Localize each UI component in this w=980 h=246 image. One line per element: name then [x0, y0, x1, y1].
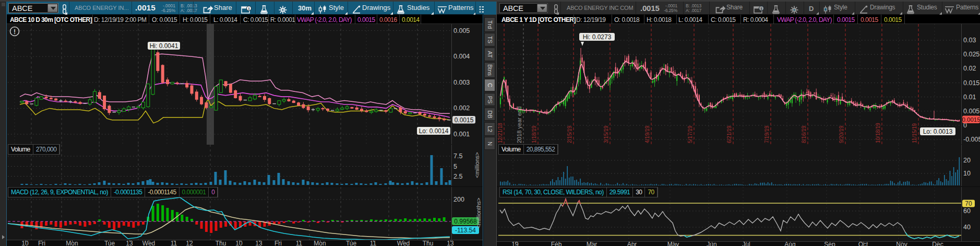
svg-text:0.003: 0.003: [453, 79, 470, 86]
svg-text:8/16/19: 8/16/19: [801, 125, 807, 143]
svg-text:Hi: 0.0273: Hi: 0.0273: [583, 33, 612, 41]
svg-text:0.99568: 0.99568: [454, 218, 477, 225]
svg-text:0.004: 0.004: [453, 53, 470, 60]
svg-text:6/21/19: 6/21/19: [726, 125, 732, 143]
svg-text:0.025: 0.025: [963, 51, 979, 58]
svg-text:Lo: 0.0014: Lo: 0.0014: [419, 127, 449, 135]
svg-text:7.5: 7.5: [453, 153, 462, 160]
svg-text:Lo: 0.0013: Lo: 0.0013: [923, 128, 953, 135]
svg-text:0.015: 0.015: [963, 79, 979, 87]
svg-text:20: 20: [963, 157, 971, 164]
svg-text:!: !: [14, 28, 16, 36]
svg-text:<millionths>: <millionths>: [475, 198, 482, 229]
svg-text:5: 5: [453, 163, 457, 170]
svg-text:i: i: [761, 6, 762, 11]
svg-text:0.01: 0.01: [963, 93, 976, 101]
svg-text:12/21/18: 12/21/18: [497, 123, 503, 143]
svg-text:0.03: 0.03: [963, 37, 976, 44]
svg-text:40: 40: [963, 224, 971, 231]
svg-text:10/18/19: 10/18/19: [875, 123, 881, 143]
svg-text:0.005: 0.005: [453, 27, 470, 34]
svg-text:1/18/19: 1/18/19: [531, 125, 537, 143]
svg-text:<millions>: <millions>: [474, 152, 480, 178]
svg-text:-113.54: -113.54: [455, 227, 476, 234]
svg-text:10: 10: [963, 170, 971, 177]
svg-text:60: 60: [963, 207, 971, 215]
svg-text:11/15/19: 11/15/19: [912, 123, 917, 143]
svg-text:2.5: 2.5: [453, 173, 462, 180]
svg-text:0.001: 0.001: [453, 131, 470, 138]
svg-text:-0.005: -0.005: [963, 136, 980, 143]
svg-text:0.005: 0.005: [963, 108, 979, 115]
svg-text:9/20/19: 9/20/19: [839, 125, 844, 143]
svg-text:Hi: 0.0041: Hi: 0.0041: [150, 42, 178, 50]
svg-text:3/15/19: 3/15/19: [603, 125, 609, 143]
svg-text:200: 200: [453, 196, 464, 203]
svg-text:4/19/19: 4/19/19: [644, 125, 650, 143]
svg-text:i: i: [248, 6, 249, 11]
svg-text:0.002: 0.002: [453, 104, 470, 112]
svg-text:2/15/19: 2/15/19: [567, 125, 572, 143]
svg-text:7/19/19: 7/19/19: [764, 125, 770, 143]
svg-text:0.0015: 0.0015: [455, 116, 474, 124]
svg-text:5/17/19: 5/17/19: [687, 125, 693, 143]
svg-text:0.0015: 0.0015: [962, 116, 980, 123]
svg-text:0.02: 0.02: [963, 65, 976, 72]
svg-text:70: 70: [965, 200, 972, 207]
